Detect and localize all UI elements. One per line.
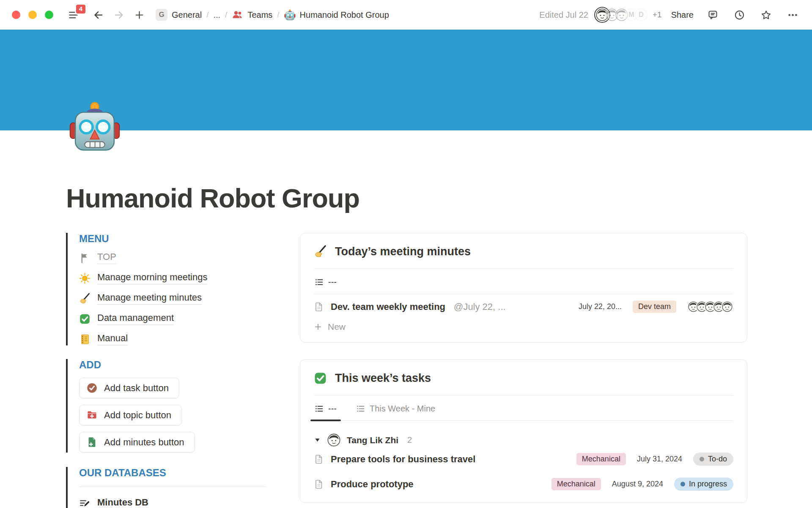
avatar-letter-d[interactable]: D [634, 8, 648, 22]
writing-hand-icon [314, 245, 327, 258]
button-label: Add task button [104, 383, 169, 394]
back-button[interactable] [91, 8, 106, 22]
add-minutes-button[interactable]: Add minutes button [79, 432, 195, 453]
sun-icon [79, 273, 91, 284]
meeting-date-mention: @July 22, ... [454, 301, 506, 312]
writing-hand-icon [79, 293, 91, 304]
tab-label: --- [328, 277, 337, 287]
menu-item-top[interactable]: TOP [79, 251, 266, 264]
breadcrumb-label: General [172, 10, 202, 20]
menu-item-label: Data management [97, 312, 174, 325]
document-icon [314, 454, 324, 464]
view-tabs: --- [314, 269, 733, 294]
view-tab-default[interactable]: --- [314, 397, 337, 420]
close-window-button[interactable] [12, 11, 20, 19]
folder-plus-icon [86, 409, 98, 421]
page-plus-icon [86, 436, 98, 448]
group-count: 2 [407, 435, 412, 445]
status-badge: To-do [693, 453, 733, 466]
notification-badge: 4 [75, 3, 87, 15]
menu-item-label: Manual [97, 333, 128, 345]
menu-item-morning-meetings[interactable]: Manage morning meetings [79, 272, 266, 284]
window-controls [12, 11, 53, 19]
view-tabs: --- This Week - Mine [314, 395, 733, 421]
more-button[interactable] [785, 8, 800, 22]
window-titlebar: 4 G General / ... / Teams / Humanoid Rob… [0, 0, 812, 30]
page-robot-icon[interactable] [69, 101, 121, 153]
green-check-icon [314, 372, 327, 385]
forward-arrow-icon [113, 9, 125, 21]
zoom-window-button[interactable] [45, 11, 53, 19]
robot-icon [284, 9, 296, 21]
add-task-button[interactable]: Add task button [79, 378, 179, 398]
new-row-button[interactable]: New [314, 317, 733, 336]
card-header: Today’s meeting minutes [314, 245, 733, 258]
category-tag: Mechanical [576, 453, 626, 465]
sidebar-toggle-button[interactable]: 4 [66, 8, 81, 22]
group-header-tang-lik-zhi[interactable]: Tang Lik Zhi 2 [314, 433, 733, 447]
right-column: Today’s meeting minutes --- Dev. team we… [300, 233, 747, 503]
menu-item-label: Manage meeting minutes [97, 292, 202, 305]
left-column: MENU TOP Manage morning meetings Manage … [66, 233, 266, 508]
row-meta: July 22, 20... Dev team [579, 301, 733, 313]
databases-section: OUR DATABASES Minutes DB [66, 467, 266, 508]
button-label: Add minutes button [104, 437, 184, 448]
share-button[interactable]: Share [671, 10, 694, 20]
bulleted-list-icon [315, 278, 324, 287]
view-tab-default[interactable]: --- [314, 271, 337, 294]
topbar-actions [705, 8, 800, 22]
attendee-avatars [687, 301, 733, 313]
status-badge: In progress [674, 478, 733, 491]
breadcrumb-item-teams[interactable]: Teams [232, 9, 272, 21]
task-row-prepare-tools[interactable]: Prepare tools for business travel Mechan… [314, 447, 733, 472]
meeting-date: July 22, 20... [579, 302, 622, 311]
add-section: ADD Add task button Add topic button Add… [66, 359, 266, 453]
menu-item-label: Manage morning meetings [97, 272, 207, 284]
page-title[interactable]: Humanoid Robot Group [66, 183, 359, 213]
flag-icon [79, 252, 91, 264]
new-row-label: New [328, 322, 346, 332]
favorite-button[interactable] [759, 8, 774, 22]
status-label: In progress [689, 480, 727, 489]
avatar-overflow-count[interactable]: +1 [653, 10, 662, 19]
bulleted-list-icon [356, 404, 365, 413]
breadcrumb-item-general[interactable]: G General [156, 9, 202, 21]
status-dot-icon [700, 457, 704, 461]
row-meta: Mechanical July 31, 2024 To-do [576, 453, 733, 466]
document-icon [314, 479, 324, 489]
group-name: Tang Lik Zhi [347, 435, 398, 445]
menu-item-data-management[interactable]: Data management [79, 312, 266, 325]
clock-icon [734, 9, 745, 21]
database-link-minutes-db[interactable]: Minutes DB [79, 497, 266, 508]
menu-item-label: TOP [97, 251, 116, 264]
forward-button[interactable] [112, 8, 126, 22]
minimize-window-button[interactable] [28, 11, 37, 19]
task-check-circle-icon [86, 382, 98, 394]
breadcrumb-separator: / [277, 10, 279, 19]
breadcrumb-item-page[interactable]: Humanoid Robot Group [284, 9, 389, 21]
menu-item-meeting-minutes[interactable]: Manage meeting minutes [79, 292, 266, 305]
collapse-caret-icon [314, 437, 321, 443]
breadcrumb-item-ellipsis[interactable]: ... [213, 10, 220, 20]
add-topic-button[interactable]: Add topic button [79, 405, 182, 425]
card-title[interactable]: This week’s tasks [335, 372, 431, 385]
edited-timestamp: Edited Jul 22 [539, 10, 588, 20]
star-icon [760, 9, 772, 21]
ledger-icon [79, 334, 91, 345]
task-row-produce-prototype[interactable]: Produce prototype Mechanical August 9, 2… [314, 472, 733, 497]
menu-section: MENU TOP Manage morning meetings Manage … [66, 233, 266, 345]
card-title[interactable]: Today’s meeting minutes [335, 245, 471, 258]
row-meta: Mechanical August 9, 2024 In progress [551, 478, 733, 491]
ellipsis-icon [787, 9, 798, 21]
category-tag: Mechanical [551, 478, 601, 490]
menu-item-manual[interactable]: Manual [79, 333, 266, 345]
updates-button[interactable] [732, 8, 747, 22]
view-tab-this-week-mine[interactable]: This Week - Mine [355, 397, 436, 420]
meeting-row[interactable]: Dev. team weekly meeting @July 22, ... J… [314, 294, 733, 317]
bulleted-list-icon [315, 404, 324, 413]
comments-button[interactable] [705, 8, 720, 22]
breadcrumb-label: Humanoid Robot Group [300, 10, 389, 20]
new-tab-button[interactable] [132, 8, 146, 22]
green-check-icon [79, 313, 91, 325]
meeting-minutes-card: Today’s meeting minutes --- Dev. team we… [300, 233, 747, 342]
